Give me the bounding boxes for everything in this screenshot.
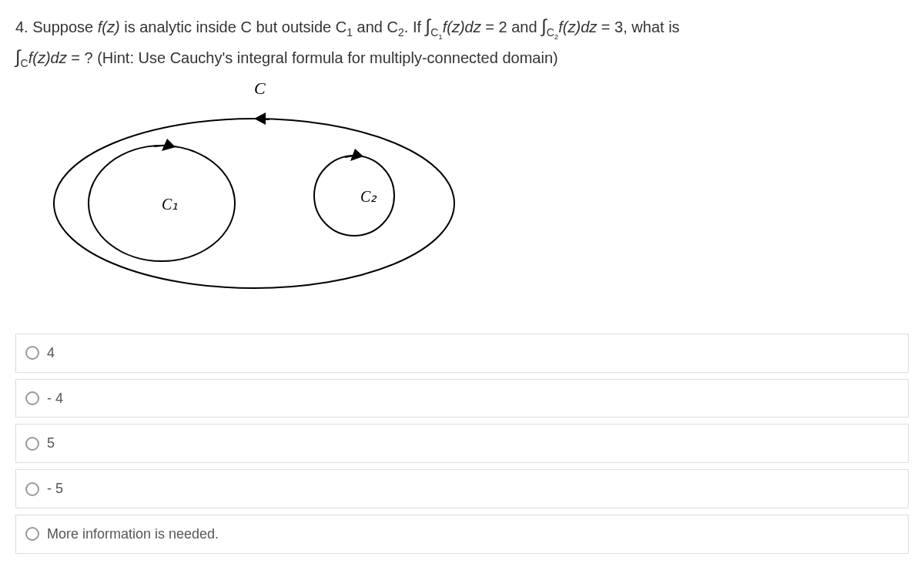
integral-c2: ∫ <box>541 15 547 36</box>
label-c: C <box>254 80 266 98</box>
radio-icon <box>25 437 39 451</box>
c-sub: C <box>21 57 28 69</box>
option-label: More information is needed. <box>47 523 219 545</box>
svg-point-6 <box>314 156 394 236</box>
label-c1: C₁ <box>162 196 178 213</box>
radio-icon <box>25 527 39 541</box>
c2-sub: C2 <box>547 26 559 39</box>
c1-sub: C1 <box>430 26 443 39</box>
contour-diagram: C C₁ C₂ <box>38 80 470 304</box>
fz-var: f(z) <box>98 18 120 35</box>
option-label: - 5 <box>47 478 63 500</box>
text-part3: and C <box>353 18 398 35</box>
radio-icon <box>25 346 39 360</box>
radio-icon <box>25 482 39 496</box>
option-more-info[interactable]: More information is needed. <box>15 515 909 554</box>
option-minus-5[interactable]: - 5 <box>15 469 909 508</box>
integral-c: ∫ <box>15 46 21 67</box>
arrow-c <box>254 112 270 125</box>
question-text: 4. Suppose f(z) is analytic inside C but… <box>15 12 909 72</box>
option-minus-4[interactable]: - 4 <box>15 379 909 418</box>
option-label: 5 <box>47 432 55 455</box>
sub-1: 1 <box>346 26 353 39</box>
label-c2: C₂ <box>360 188 377 205</box>
option-label: 4 <box>47 342 55 364</box>
fzdz-3: f(z)dz <box>28 49 67 66</box>
line2-q: = ? (Hint: Use Cauchy's integral formula… <box>67 49 558 66</box>
option-4[interactable]: 4 <box>15 334 909 373</box>
text-part1: Suppose <box>32 18 98 35</box>
radio-icon <box>25 391 39 405</box>
arrow-c2 <box>345 149 363 161</box>
text-part4: . If <box>404 18 426 35</box>
text-part2: is analytic inside C but outside C <box>120 18 347 35</box>
options-container: 4 - 4 5 - 5 More information is needed. <box>15 334 909 554</box>
eq2: = 2 and <box>481 18 541 35</box>
option-5[interactable]: 5 <box>15 424 909 463</box>
fzdz-2: f(z)dz <box>558 18 597 35</box>
svg-marker-2 <box>254 112 266 125</box>
diagram: C C₁ C₂ <box>38 80 909 310</box>
eq3: = 3, what is <box>597 18 679 35</box>
question-number: 4. <box>15 18 28 35</box>
arrow-c1 <box>154 139 176 151</box>
sub-2: 2 <box>398 26 404 39</box>
option-label: - 4 <box>47 388 63 410</box>
fzdz-1: f(z)dz <box>443 18 481 35</box>
